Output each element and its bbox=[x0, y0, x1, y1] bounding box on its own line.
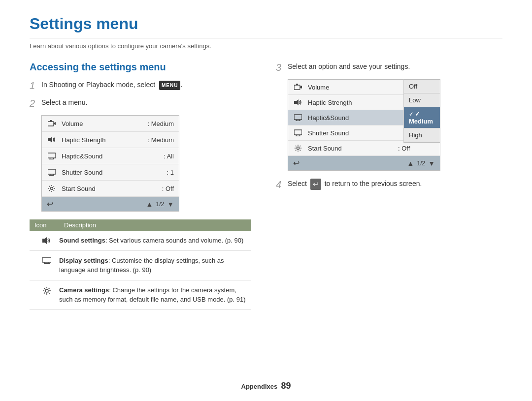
step-2-number: 2 bbox=[30, 97, 37, 109]
page-indicator: 1/2 bbox=[156, 201, 164, 208]
menu-label-start-sound: Start Sound bbox=[62, 185, 162, 192]
right-footer-nav: ▲ 1/2 ▼ bbox=[407, 159, 435, 167]
right-label-shutter-sound: Shutter Sound bbox=[308, 129, 398, 137]
display-settings-text: Display settings: Customise the display … bbox=[59, 256, 246, 275]
page-title: Settings menu bbox=[30, 15, 502, 38]
svg-point-11 bbox=[51, 187, 53, 190]
back-button[interactable]: ↩ bbox=[47, 199, 53, 209]
page-footer: Appendixes 89 bbox=[0, 381, 532, 391]
right-back-button[interactable]: ↩ bbox=[293, 158, 299, 168]
dropdown-option-low[interactable]: Low bbox=[404, 93, 440, 107]
step-1-text: In Shooting or Playback mode, select MEN… bbox=[41, 80, 182, 90]
svg-rect-18 bbox=[294, 85, 300, 90]
right-up-arrow[interactable]: ▲ bbox=[407, 159, 414, 167]
page-subtitle: Learn about various options to configure… bbox=[30, 42, 502, 50]
step-1-number: 1 bbox=[30, 80, 37, 92]
desc-row-sound: Sound settings: Set various camera sound… bbox=[30, 231, 251, 251]
step-2: 2 Select a menu. bbox=[30, 97, 256, 109]
menu-label-haptic-strength: Haptic Strength bbox=[62, 136, 148, 144]
step-1: 1 In Shooting or Playback mode, select M… bbox=[30, 80, 256, 92]
dropdown-option-medium[interactable]: ✓ Medium bbox=[404, 107, 440, 128]
down-arrow[interactable]: ▼ bbox=[167, 200, 174, 208]
desc-row-display: Display settings: Customise the display … bbox=[30, 251, 251, 280]
menu-value-haptic-sound: : All bbox=[164, 153, 174, 160]
step-3-number: 3 bbox=[276, 62, 284, 73]
menu-row-shutter-sound: Shutter Sound : 1 bbox=[42, 164, 179, 181]
right-label-start-sound: Start Sound bbox=[308, 145, 398, 152]
right-label-volume: Volume bbox=[308, 84, 398, 91]
display-settings-bold: Display settings bbox=[59, 257, 108, 264]
menu-row-haptic-strength: Haptic Strength : Medium bbox=[42, 132, 179, 148]
step-4-text: Select ↩ to return to the previous scree… bbox=[288, 179, 422, 190]
footer-text: Appendixes bbox=[241, 383, 278, 390]
page-container: Settings menu Learn about various option… bbox=[0, 0, 532, 325]
svg-rect-13 bbox=[42, 257, 51, 262]
step-4: 4 Select ↩ to return to the previous scr… bbox=[276, 179, 502, 190]
svg-marker-2 bbox=[48, 137, 52, 143]
dropdown-option-off[interactable]: Off bbox=[404, 80, 440, 93]
right-gear-icon bbox=[293, 143, 303, 153]
step-3-text: Select an option and save your settings. bbox=[288, 62, 410, 72]
two-column-layout: Accessing the settings menu 1 In Shootin… bbox=[30, 62, 502, 310]
camera-settings-text: Camera settings: Change the settings for… bbox=[59, 285, 246, 305]
step-4-number: 4 bbox=[276, 179, 284, 190]
sound-icon bbox=[47, 135, 57, 145]
menu-label-haptic-sound: Haptic&Sound bbox=[62, 153, 164, 160]
svg-point-17 bbox=[45, 289, 48, 292]
display-icon2 bbox=[47, 167, 57, 177]
display-icon bbox=[47, 151, 57, 161]
right-camera-ui-wrapper: Volume Haptic Strength bbox=[288, 79, 440, 171]
back-icon-inline: ↩ bbox=[310, 179, 321, 190]
svg-rect-1 bbox=[50, 120, 52, 122]
svg-rect-25 bbox=[294, 130, 302, 135]
dropdown-option-high[interactable]: High bbox=[404, 128, 440, 142]
step-3: 3 Select an option and save your setting… bbox=[276, 62, 502, 73]
right-label-haptic-strength: Haptic Strength bbox=[308, 99, 398, 106]
menu-value-start-sound: : Off bbox=[162, 185, 174, 192]
menu-value-haptic-strength: : Medium bbox=[148, 136, 174, 144]
right-down-arrow[interactable]: ▼ bbox=[428, 159, 435, 167]
right-menu-row-start-sound: Start Sound : Off bbox=[288, 141, 440, 156]
right-sound-icon bbox=[293, 97, 303, 107]
desc-row-camera: Camera settings: Change the settings for… bbox=[30, 280, 251, 310]
right-column: 3 Select an option and save your setting… bbox=[276, 62, 502, 310]
svg-rect-7 bbox=[48, 169, 56, 174]
icon-col-header: Icon bbox=[34, 221, 64, 229]
step-2-text: Select a menu. bbox=[41, 97, 87, 108]
menu-label-volume: Volume bbox=[62, 120, 148, 127]
camera-menu-mockup: Volume : Medium Haptic Strength : Medium… bbox=[41, 115, 179, 212]
description-table: Icon Description Sound settings: Set var… bbox=[30, 219, 251, 310]
footer-nav: ▲ 1/2 ▼ bbox=[146, 200, 174, 208]
left-column: Accessing the settings menu 1 In Shootin… bbox=[30, 62, 256, 310]
svg-rect-21 bbox=[294, 115, 302, 120]
menu-icon: MENU bbox=[159, 81, 180, 90]
menu-value-volume: : Medium bbox=[148, 120, 174, 127]
desc-table-header: Icon Description bbox=[30, 219, 251, 231]
camera-settings-bold: Camera settings bbox=[59, 286, 109, 294]
up-arrow[interactable]: ▲ bbox=[146, 200, 153, 208]
menu-label-shutter-sound: Shutter Sound bbox=[62, 169, 167, 176]
svg-rect-3 bbox=[48, 153, 56, 158]
menu-row-start-sound: Start Sound : Off bbox=[42, 181, 179, 197]
svg-rect-0 bbox=[48, 122, 54, 126]
sound-settings-bold: Sound settings bbox=[59, 237, 105, 244]
menu-row-haptic-sound: Haptic&Sound : All bbox=[42, 148, 179, 164]
svg-marker-20 bbox=[294, 99, 299, 105]
sound-settings-icon bbox=[34, 236, 59, 245]
svg-point-29 bbox=[297, 147, 299, 150]
camera-icon bbox=[47, 119, 57, 128]
desc-col-header: Description bbox=[64, 221, 246, 229]
right-menu-footer: ↩ ▲ 1/2 ▼ bbox=[288, 156, 440, 170]
footer-number: 89 bbox=[281, 381, 291, 391]
dropdown-panel: Off Low ✓ Medium High bbox=[403, 79, 440, 143]
right-label-haptic-sound: Haptic&Sound bbox=[308, 114, 398, 122]
right-value-start-sound: : Off bbox=[398, 145, 435, 152]
sound-settings-text: Sound settings: Set various camera sound… bbox=[59, 236, 246, 246]
menu-value-shutter-sound: : 1 bbox=[167, 169, 174, 176]
menu-row-volume: Volume : Medium bbox=[42, 116, 179, 132]
display-settings-icon bbox=[34, 256, 59, 264]
right-camera-icon bbox=[293, 82, 303, 92]
section-title: Accessing the settings menu bbox=[30, 62, 256, 73]
right-page-indicator: 1/2 bbox=[417, 160, 425, 167]
svg-marker-12 bbox=[42, 237, 47, 244]
